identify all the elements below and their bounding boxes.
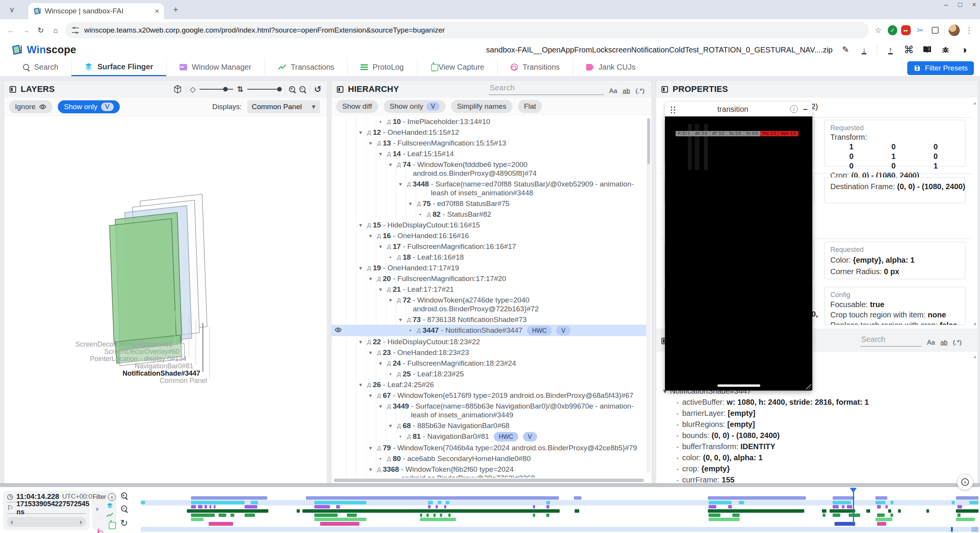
hierarchy-row-3449[interactable]: ▾Д3449 - Surface(name=885b63e Navigation… [332, 401, 646, 420]
window-minimize-icon[interactable]: – [944, 1, 948, 9]
scroll-up-icon[interactable]: ▴ [973, 353, 976, 359]
trace-entry[interactable] [444, 505, 446, 508]
resize-handle[interactable] [806, 384, 811, 389]
reload-icon[interactable]: ↻ [35, 25, 46, 36]
tab-search-chevron-icon[interactable]: ∨ [6, 4, 18, 15]
home-icon[interactable]: ⌂ [50, 25, 61, 36]
expand-arrow-icon[interactable]: ▾ [396, 315, 405, 324]
trace-entry[interactable] [209, 505, 211, 508]
trace-entry[interactable] [866, 509, 870, 513]
displays-select[interactable]: Common Panel ▾ [247, 100, 320, 113]
layer-label[interactable]: ScreenDecorOverlayBottom#61 [75, 340, 173, 348]
hierarchy-row-16[interactable]: ▾Д16 - OneHanded:16:16#16 [332, 230, 646, 241]
hierarchy-row-12[interactable]: ▾Д12 - OneHanded:15:15#12 [332, 127, 646, 137]
trace-entry[interactable] [898, 509, 901, 513]
trace-entry[interactable] [320, 522, 359, 526]
layer-label[interactable]: NavigationBar0#81 [135, 362, 193, 370]
trace-entry[interactable] [957, 513, 960, 517]
trace-entry[interactable] [822, 509, 826, 513]
pin-icon[interactable]: Д [405, 315, 413, 324]
timeline-cursor[interactable] [853, 488, 854, 526]
documentation-book-icon[interactable] [922, 44, 933, 55]
trace-entry[interactable] [875, 501, 885, 504]
pin-icon[interactable]: Д [385, 402, 393, 410]
property-item-activeBuffer[interactable]: •activeBuffer: w: 1080, h: 2400, stride:… [660, 397, 970, 408]
hierarchy-vertical-scrollbar[interactable] [647, 118, 650, 473]
pin-icon[interactable]: Д [375, 391, 383, 400]
trace-entry[interactable] [230, 513, 234, 517]
match-word-icon[interactable]: ab [623, 87, 630, 95]
trace-entry[interactable] [314, 505, 330, 508]
overview-end-block[interactable] [972, 527, 978, 532]
trace-entry[interactable] [709, 505, 716, 508]
trace-entry[interactable] [574, 496, 581, 500]
window-close-icon[interactable]: × [972, 1, 976, 9]
pin-icon[interactable]: Д [375, 443, 383, 452]
hierarchy-row-14[interactable]: ▾Д14 - Leaf:15:15#14 [332, 148, 646, 159]
simplify-names-chip[interactable]: Simplify names [451, 100, 513, 113]
pin-icon[interactable]: Д [385, 454, 393, 463]
layer-label[interactable]: Common Panel [160, 377, 207, 385]
trace-entry[interactable] [952, 501, 955, 504]
pin-icon[interactable]: Д [385, 117, 393, 126]
tab-transitions[interactable]: Transitions [497, 58, 573, 76]
tab-protolog[interactable]: ProtoLog [347, 58, 416, 76]
expand-arrow-icon[interactable]: ▾ [376, 285, 385, 294]
trace-entry[interactable] [191, 513, 214, 517]
expand-arrow-icon[interactable]: ▾ [386, 160, 395, 169]
expand-arrow-icon[interactable]: ▾ [376, 359, 385, 368]
trace-entry[interactable] [926, 509, 929, 513]
trace-entry[interactable] [533, 505, 535, 508]
transition-floating-window[interactable]: transition i – P: 0 / 1dX: 0.0dY: 0.0Xv:… [665, 102, 812, 391]
trace-entry[interactable] [739, 501, 744, 504]
show-only-chip[interactable]: Show only V [384, 100, 446, 113]
hierarchy-row-67[interactable]: ▾Д67 - WindowToken{e5176f9 type=2019 and… [332, 390, 646, 401]
prev-frame-icon[interactable]: ‹ [11, 518, 13, 526]
overview-cursor-tick[interactable] [951, 527, 953, 532]
spacing-slider[interactable] [247, 89, 281, 90]
trace-entry[interactable] [336, 505, 340, 508]
trace-entry[interactable] [191, 496, 267, 500]
tab-search[interactable]: Search [10, 58, 71, 76]
trace-entry[interactable] [533, 513, 535, 517]
property-item-bounds[interactable]: •bounds: (0, 0) - (1080, 2400) [660, 430, 970, 441]
trace-entry[interactable] [446, 501, 449, 504]
hierarchy-row-72[interactable]: ▾Д72 - WindowToken{a2746de type=2040 and… [332, 294, 646, 314]
trace-entry[interactable] [830, 509, 856, 513]
hierarchy-row-3447[interactable]: •Д3447 - NotificationShade#3447HWCV [332, 325, 646, 336]
rotation-slider[interactable] [199, 89, 233, 90]
match-case-icon[interactable]: Aa [927, 339, 935, 347]
collapse-filter-icon[interactable]: ∧ [108, 493, 116, 501]
filter-presets-button[interactable]: Filter Presets [907, 61, 974, 75]
property-item-barrierLayer[interactable]: •barrierLayer: [empty] [660, 408, 970, 419]
zoom-out-icon[interactable]: − [299, 86, 306, 93]
trace-entry[interactable] [875, 496, 887, 500]
expand-arrow-icon[interactable]: ▾ [376, 149, 385, 158]
hierarchy-horizontal-scrollbar[interactable] [334, 479, 644, 482]
trace-entry[interactable] [969, 501, 978, 504]
trace-entry[interactable] [297, 509, 300, 513]
timeline-zoom-out-icon[interactable]: − [121, 505, 127, 513]
trace-entry[interactable] [877, 513, 885, 517]
filter-view-capture-icon[interactable] [108, 521, 112, 528]
timeline-overview-strip[interactable] [141, 527, 978, 532]
trace-entry[interactable] [314, 501, 366, 504]
expand-arrow-icon[interactable]: ▾ [366, 348, 375, 357]
filter-surface-flinger-icon[interactable] [106, 502, 113, 511]
trace-entry[interactable] [847, 505, 852, 508]
hierarchy-row-24[interactable]: ▾Д24 - FullscreenMagnification:18:23#24 [332, 358, 646, 368]
hierarchy-row-3368[interactable]: ▾Д3368 - WindowToken{f6b2f60 type=2024 a… [332, 464, 646, 477]
extension-video-icon[interactable]: ▸▸ [901, 25, 911, 35]
trace-entry[interactable] [428, 501, 433, 504]
tab-transactions[interactable]: Transactions [265, 58, 348, 76]
expand-timeline-button[interactable]: ∧ [957, 474, 973, 490]
trace-entry[interactable] [709, 513, 720, 517]
zoom-in-icon[interactable]: + [289, 86, 296, 93]
back-icon[interactable]: ← [5, 25, 16, 36]
pin-icon[interactable]: Д [385, 285, 393, 294]
trace-entry[interactable] [306, 496, 559, 500]
hierarchy-row-68[interactable]: ▾Д68 - 885b63e NavigationBar0#68 [332, 420, 646, 431]
property-item-crop[interactable]: •crop: {empty} [660, 463, 970, 474]
trace-entry[interactable] [187, 509, 268, 513]
expand-arrow-icon[interactable]: ▾ [366, 231, 375, 240]
